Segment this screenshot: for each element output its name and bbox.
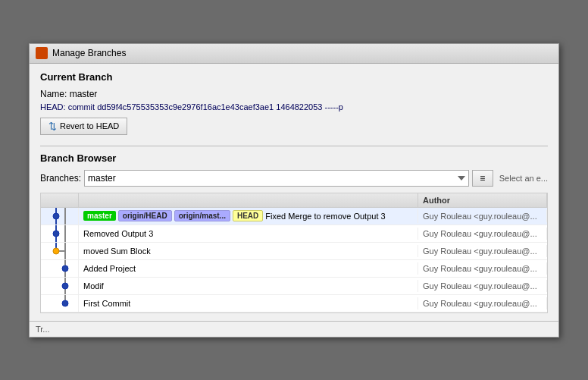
svg-marker-0 [37, 49, 46, 58]
commits-table-container: Author [40, 193, 548, 313]
author-cell-6: Guy Rouleau <guy.rouleau@... [418, 297, 547, 309]
branches-controls: Branches: master ≡ Select an e... [40, 170, 548, 187]
table-row[interactable]: moved Sum Block Guy Rouleau <guy.rouleau… [41, 243, 547, 260]
message-cell-1: master origin/HEAD origin/mast... HEAD F… [79, 209, 418, 223]
tag-master: master [83, 211, 116, 221]
message-cell-4: Added Project [79, 262, 418, 275]
svg-point-13 [62, 265, 68, 272]
author-cell-5: Guy Rouleau <guy.rouleau@... [418, 280, 547, 292]
section-separator [40, 146, 548, 146]
head-field: HEAD: commit dd59f4c575535353c9e2976f16a… [40, 102, 548, 111]
revert-to-head-button[interactable]: ⇅ Revert to HEAD [40, 118, 127, 135]
table-body: master origin/HEAD origin/mast... HEAD F… [41, 208, 547, 312]
svg-point-11 [53, 248, 59, 254]
table-row[interactable]: master origin/HEAD origin/mast... HEAD F… [41, 208, 547, 225]
svg-point-6 [53, 231, 59, 237]
bottom-label: Tr... [36, 325, 50, 334]
svg-point-15 [62, 283, 68, 289]
revert-btn-label: Revert to HEAD [60, 121, 119, 130]
commit-msg-1: Fixed Merge to remove Output 3 [265, 212, 385, 221]
manage-branches-window: Manage Branches Current Branch Name: mas… [29, 43, 559, 338]
table-header: Author [41, 193, 547, 208]
svg-point-17 [62, 300, 68, 306]
bottom-bar: Tr... [30, 321, 558, 337]
message-cell-3: moved Sum Block [79, 245, 418, 257]
author-cell-2: Guy Rouleau <guy.rouleau@... [418, 228, 547, 240]
commit-msg-6: First Commit [83, 299, 130, 308]
message-cell-6: First Commit [79, 297, 418, 309]
title-bar: Manage Branches [30, 44, 558, 64]
message-cell-5: Modif [79, 280, 418, 292]
graph-cell-1 [41, 208, 79, 225]
table-row[interactable]: Modif Guy Rouleau <guy.rouleau@... [41, 278, 547, 295]
branch-name-field: Name: master [40, 89, 548, 99]
commit-msg-3: moved Sum Block [83, 247, 151, 256]
current-branch-section: Current Branch Name: master HEAD: commit… [40, 71, 548, 135]
current-branch-title: Current Branch [40, 71, 548, 83]
branches-label: Branches: [40, 173, 81, 184]
graph-cell-5 [41, 278, 79, 294]
commit-msg-5: Modif [83, 281, 104, 290]
side-panel-hint: Select an e... [499, 174, 548, 183]
table-row[interactable]: Added Project Guy Rouleau <guy.rouleau@.… [41, 260, 547, 278]
window-title: Manage Branches [52, 48, 552, 58]
table-row[interactable]: First Commit Guy Rouleau <guy.rouleau@..… [41, 295, 547, 312]
tag-origin-head: origin/HEAD [118, 210, 172, 221]
col-header-graph [41, 193, 79, 207]
col-header-author: Author [418, 193, 547, 207]
commit-msg-4: Added Project [83, 264, 136, 273]
commits-table: Author [40, 193, 548, 313]
author-cell-1: Guy Rouleau <guy.rouleau@... [418, 210, 547, 222]
window-content: Current Branch Name: master HEAD: commit… [30, 64, 558, 321]
author-cell-4: Guy Rouleau <guy.rouleau@... [418, 262, 547, 275]
svg-point-3 [53, 213, 59, 219]
table-row[interactable]: Removed Output 3 Guy Rouleau <guy.roulea… [41, 225, 547, 243]
author-cell-3: Guy Rouleau <guy.rouleau@... [418, 245, 547, 257]
graph-cell-6 [41, 295, 79, 312]
window-icon [36, 47, 48, 59]
tag-origin-mast: origin/mast... [174, 210, 230, 221]
col-header-message [79, 193, 418, 207]
graph-cell-4 [41, 260, 79, 277]
graph-cell-3 [41, 243, 79, 259]
branch-browser-title: Branch Browser [40, 152, 548, 164]
message-cell-2: Removed Output 3 [79, 228, 418, 240]
toolbar-icon: ≡ [480, 173, 485, 184]
toolbar-button[interactable]: ≡ [472, 170, 493, 187]
branch-browser-section: Branch Browser Branches: master ≡ Select… [40, 152, 548, 313]
revert-icon: ⇅ [48, 121, 57, 132]
branches-dropdown[interactable]: master [84, 170, 469, 187]
tag-head: HEAD [233, 210, 263, 221]
commit-msg-2: Removed Output 3 [83, 229, 153, 238]
graph-cell-2 [41, 225, 79, 242]
